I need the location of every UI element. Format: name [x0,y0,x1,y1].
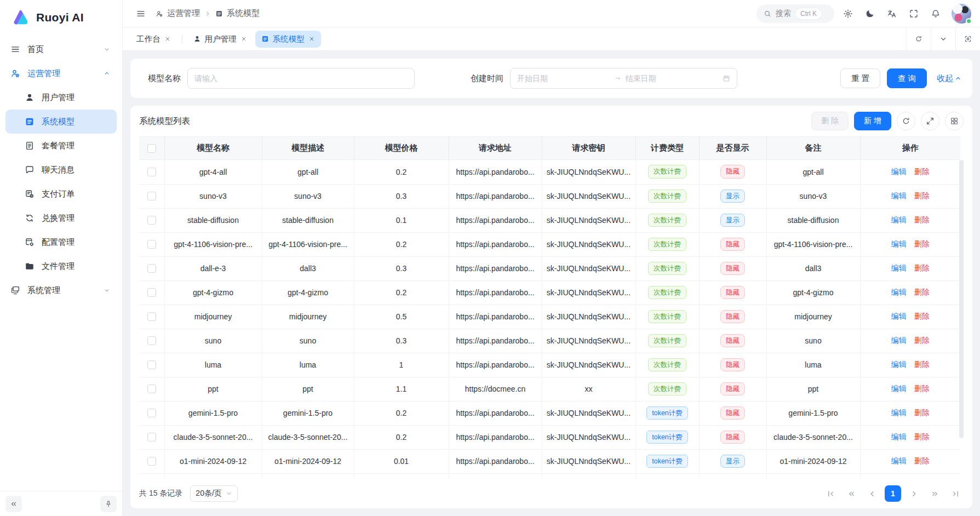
delete-link[interactable]: 删除 [914,384,930,393]
sidebar-item-config-manage[interactable]: 配置管理 [0,230,122,254]
row-checkbox[interactable] [147,192,156,200]
end-date-input[interactable] [626,74,719,83]
edit-link[interactable]: 编辑 [891,384,907,393]
tab-close-icon[interactable] [164,36,171,42]
delete-link[interactable]: 删除 [914,360,930,369]
sidebar-item-package-manage[interactable]: 套餐管理 [0,134,122,158]
collapse-filter-link[interactable]: 收起 [937,73,961,84]
menu-toggle-button[interactable] [131,4,150,23]
refresh-tab-button[interactable] [906,27,931,50]
sidebar-item-system-manage[interactable]: 系统管理 [0,278,122,302]
row-checkbox[interactable] [147,385,156,393]
row-checkbox[interactable] [147,457,156,466]
delete-link[interactable]: 删除 [914,191,930,200]
pin-sidebar-button[interactable] [100,496,117,512]
theme-toggle-button[interactable] [861,4,879,23]
edit-link[interactable]: 编辑 [891,215,907,224]
row-checkbox[interactable] [147,216,156,225]
sidebar-item-home[interactable]: 首页 [0,37,122,61]
search-icon [764,10,771,18]
tab-system-model[interactable]: 系统模型 [255,31,321,48]
notifications-button[interactable] [926,4,945,23]
row-checkbox[interactable] [147,288,156,297]
breadcrumb-item-system-model[interactable]: 系统模型 [215,8,260,19]
collapse-sidebar-button[interactable] [5,496,22,512]
delete-link[interactable]: 删除 [914,167,930,176]
row-checkbox[interactable] [147,433,156,442]
prev-page-button[interactable] [864,485,880,502]
edit-link[interactable]: 编辑 [891,432,907,441]
model-name-input[interactable] [187,68,415,89]
column-settings-button[interactable] [945,112,964,130]
sidebar-item-file-manage[interactable]: 文件管理 [0,254,122,278]
row-checkbox[interactable] [147,240,156,249]
delete-link[interactable]: 删除 [914,312,930,320]
edit-link[interactable]: 编辑 [891,263,907,272]
edit-link[interactable]: 编辑 [891,167,907,176]
tab-workbench[interactable]: 工作台 [130,31,177,48]
search-button[interactable]: 查 询 [887,68,927,88]
pagination: 1 [822,485,964,502]
page-size-value: 20条/页 [196,489,221,498]
select-all-checkbox[interactable] [147,144,156,153]
cell-actions: 编辑删除 [860,449,960,473]
delete-selected-button[interactable]: 删 除 [811,112,849,130]
cell-remark: gpt-4-gizmo [766,280,860,305]
current-page[interactable]: 1 [885,485,901,502]
fullscreen-button[interactable] [904,4,923,23]
edit-link[interactable]: 编辑 [891,312,907,320]
row-checkbox[interactable] [147,409,156,417]
sidebar-item-system-model[interactable]: 系统模型 [5,110,117,134]
edit-link[interactable]: 编辑 [891,191,907,200]
row-checkbox[interactable] [147,264,156,273]
next-page-button[interactable] [906,485,922,502]
user-avatar[interactable] [952,4,971,24]
sidebar-item-user-manage[interactable]: 用户管理 [0,85,122,110]
table-fullscreen-button[interactable] [921,112,939,130]
page-size-select[interactable]: 20条/页 [190,485,237,502]
refresh-table-button[interactable] [897,112,915,130]
edit-link[interactable]: 编辑 [891,360,907,369]
delete-link[interactable]: 删除 [914,239,930,248]
sidebar-item-redeem-manage[interactable]: 兑换管理 [0,206,122,230]
delete-link[interactable]: 删除 [914,432,930,441]
next-pages-button[interactable] [926,485,943,502]
row-checkbox[interactable] [147,336,156,345]
sidebar-item-operations[interactable]: 运营管理 [0,61,122,85]
delete-link[interactable]: 删除 [914,336,930,345]
tab-menu-button[interactable] [931,27,955,50]
delete-link[interactable]: 删除 [914,288,930,296]
sidebar-item-payment-orders[interactable]: 支付订单 [0,182,122,206]
billing-type-badge: token计费 [646,455,688,468]
language-button[interactable] [882,4,901,23]
delete-link[interactable]: 删除 [914,263,930,272]
reset-button[interactable]: 重 置 [840,68,880,88]
breadcrumb-item-operations[interactable]: 运营管理 [156,8,200,19]
edit-link[interactable]: 编辑 [891,408,907,417]
tab-close-icon[interactable] [240,36,247,42]
tab-close-icon[interactable] [308,36,315,42]
tab-user-manage[interactable]: 用户管理 [187,31,253,48]
start-date-input[interactable] [517,74,610,83]
last-page-button[interactable] [947,485,964,502]
delete-link[interactable]: 删除 [914,408,930,417]
row-checkbox[interactable] [147,168,156,176]
prev-pages-button[interactable] [843,485,859,502]
delete-link[interactable]: 删除 [914,456,930,465]
first-page-button[interactable] [822,485,839,502]
edit-link[interactable]: 编辑 [891,288,907,296]
global-search[interactable]: 搜索 Ctrl K [757,4,834,23]
content-full-button[interactable] [955,27,980,50]
row-checkbox[interactable] [147,312,156,321]
edit-link[interactable]: 编辑 [891,239,907,248]
edit-link[interactable]: 编辑 [891,336,907,345]
settings-button[interactable] [839,4,857,23]
table-scrollbar[interactable] [959,160,964,438]
delete-link[interactable]: 删除 [914,215,930,224]
row-checkbox[interactable] [147,360,156,369]
add-button[interactable]: 新 增 [854,112,891,130]
date-range-picker[interactable] [510,68,737,89]
chevrons-left-icon [847,490,856,498]
edit-link[interactable]: 编辑 [891,456,907,465]
sidebar-item-chat-messages[interactable]: 聊天消息 [0,158,122,182]
